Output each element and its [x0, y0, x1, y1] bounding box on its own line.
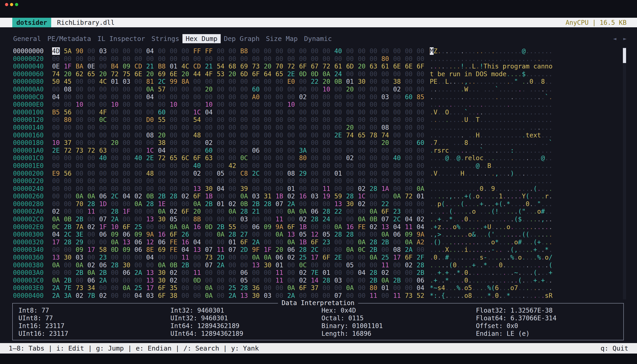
hex-byte[interactable]: 00: [287, 108, 299, 116]
hex-byte[interactable]: 72: [158, 154, 170, 162]
hex-byte[interactable]: 28: [240, 208, 252, 216]
hex-byte[interactable]: 02: [193, 170, 205, 178]
hex-byte[interactable]: 00: [287, 116, 299, 124]
hex-byte[interactable]: 00: [87, 139, 99, 147]
hex-byte[interactable]: 06: [240, 269, 252, 277]
hex-byte[interactable]: 30: [158, 269, 170, 277]
hex-byte[interactable]: 16: [182, 238, 194, 246]
hex-byte[interactable]: 00: [334, 162, 346, 170]
hex-byte[interactable]: 6F: [158, 292, 170, 300]
hex-byte[interactable]: 23: [99, 254, 111, 262]
hex-byte[interactable]: 00: [158, 101, 170, 108]
hex-byte[interactable]: 0C: [299, 262, 311, 269]
hex-byte[interactable]: 09: [134, 231, 146, 238]
hex-byte[interactable]: 00: [322, 284, 334, 292]
hex-byte[interactable]: 6D: [346, 62, 358, 70]
hex-byte[interactable]: 20: [264, 62, 276, 70]
hex-byte[interactable]: 04: [122, 192, 134, 200]
hex-byte[interactable]: 00: [381, 108, 393, 116]
hex-byte[interactable]: FE: [170, 238, 182, 246]
hex-byte[interactable]: 00: [158, 170, 170, 178]
hex-byte[interactable]: 02: [299, 93, 311, 101]
hex-byte[interactable]: 02: [405, 262, 417, 269]
hex-byte[interactable]: 2B: [158, 192, 170, 200]
hex-byte[interactable]: 00: [217, 177, 229, 185]
hex-byte[interactable]: 6F: [416, 62, 428, 70]
hex-byte[interactable]: 00: [64, 208, 76, 216]
hex-byte[interactable]: 00: [111, 185, 122, 193]
hex-byte[interactable]: 00: [240, 162, 252, 170]
hex-byte[interactable]: 0A: [76, 262, 87, 269]
hex-byte[interactable]: 00: [64, 246, 76, 254]
hex-byte[interactable]: 00: [322, 200, 334, 208]
hex-byte[interactable]: 00: [264, 269, 276, 277]
hex-byte[interactable]: 00: [193, 254, 205, 262]
hex-byte[interactable]: 00: [111, 177, 122, 185]
hex-byte[interactable]: 00: [287, 216, 299, 223]
hex-byte[interactable]: 00: [134, 78, 146, 86]
hex-byte[interactable]: 05: [217, 170, 229, 178]
hex-byte[interactable]: 11: [193, 269, 205, 277]
hex-byte[interactable]: 17: [393, 254, 405, 262]
hex-byte[interactable]: 00: [264, 216, 276, 223]
tab-scroll-left-icon[interactable]: ◄: [613, 36, 616, 42]
hex-byte[interactable]: 00: [99, 185, 111, 193]
hex-byte[interactable]: 00: [276, 55, 287, 63]
hex-byte[interactable]: 23: [322, 238, 334, 246]
hex-byte[interactable]: 28: [370, 185, 382, 193]
hex-byte[interactable]: 73: [76, 147, 87, 154]
hex-byte[interactable]: 0E: [87, 62, 99, 70]
hex-byte[interactable]: 00: [76, 93, 87, 101]
hex-byte[interactable]: 00: [276, 208, 287, 216]
hex-byte[interactable]: 00: [381, 47, 393, 55]
hex-byte[interactable]: 00: [76, 132, 87, 139]
hex-byte[interactable]: 28: [111, 262, 122, 269]
hex-byte[interactable]: 00: [170, 86, 182, 93]
hex-byte[interactable]: 63: [370, 62, 382, 70]
hex-byte[interactable]: 00: [416, 200, 428, 208]
hex-byte[interactable]: 00: [334, 147, 346, 154]
hex-byte[interactable]: 00: [370, 200, 382, 208]
hex-byte[interactable]: 00: [346, 47, 358, 55]
hex-byte[interactable]: 28: [299, 246, 311, 254]
hex-byte[interactable]: 00: [416, 108, 428, 116]
hex-byte[interactable]: 11: [370, 292, 382, 300]
hex-byte[interactable]: 00: [370, 231, 382, 238]
hex-byte[interactable]: 2B: [381, 238, 393, 246]
hex-byte[interactable]: 00: [264, 108, 276, 116]
hex-byte[interactable]: 00: [76, 277, 87, 284]
hex-byte[interactable]: 30: [64, 254, 76, 262]
hex-byte[interactable]: E9: [52, 170, 64, 178]
hex-byte[interactable]: 0A: [276, 231, 287, 238]
hex-byte[interactable]: 00: [205, 208, 217, 216]
hex-byte[interactable]: 00: [299, 101, 311, 108]
hex-byte[interactable]: 7B: [87, 292, 99, 300]
hex-byte[interactable]: 00: [276, 139, 287, 147]
hex-byte[interactable]: 00: [393, 262, 405, 269]
hex-byte[interactable]: 29: [299, 170, 311, 178]
hex-byte[interactable]: 8A: [182, 78, 194, 86]
hex-byte[interactable]: 20: [358, 62, 370, 70]
hex-byte[interactable]: 06: [252, 147, 264, 154]
hex-byte[interactable]: 00: [76, 208, 87, 216]
hex-byte[interactable]: 00: [228, 139, 240, 147]
hex-byte[interactable]: 00: [111, 154, 122, 162]
hex-byte[interactable]: 00: [322, 147, 334, 154]
hex-byte[interactable]: 07: [205, 262, 217, 269]
hex-byte[interactable]: 00: [64, 162, 76, 170]
hex-byte[interactable]: 00: [358, 101, 370, 108]
hex-byte[interactable]: 52: [416, 292, 428, 300]
hex-byte[interactable]: 00: [182, 147, 194, 154]
hex-byte[interactable]: 00: [334, 216, 346, 223]
hex-byte[interactable]: 00: [334, 86, 346, 93]
hex-byte[interactable]: 30: [346, 200, 358, 208]
hex-byte[interactable]: 2F: [416, 254, 428, 262]
hex-byte[interactable]: 80: [381, 55, 393, 63]
hex-byte[interactable]: 02: [134, 192, 146, 200]
hex-byte[interactable]: 16: [193, 223, 205, 231]
hex-byte[interactable]: 04: [182, 246, 194, 254]
hex-byte[interactable]: 00: [322, 93, 334, 101]
hex-byte[interactable]: 00: [122, 162, 134, 170]
hex-byte[interactable]: 00: [217, 154, 229, 162]
hex-byte[interactable]: 00: [311, 124, 322, 132]
